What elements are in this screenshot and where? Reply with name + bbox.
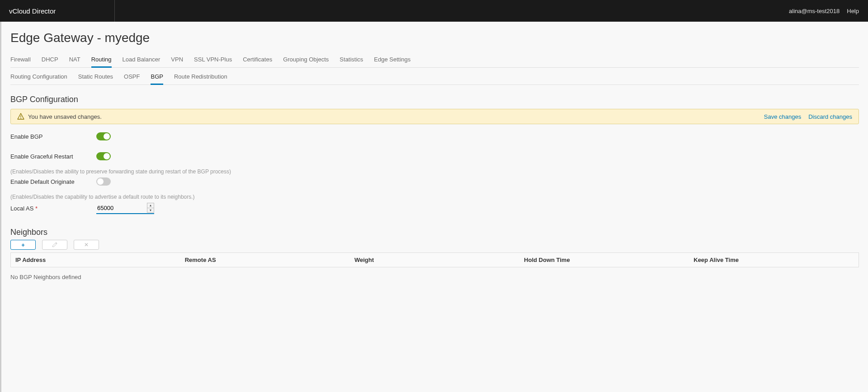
spinner-up-icon[interactable]: ▲: [147, 203, 154, 208]
add-neighbor-button[interactable]: +: [10, 240, 36, 250]
discard-changes-link[interactable]: Discard changes: [808, 113, 852, 120]
col-remote-as[interactable]: Remote AS: [180, 253, 350, 267]
default-originate-hint: (Enables/Disables the capability to adve…: [10, 194, 859, 200]
edit-icon: [52, 242, 57, 247]
enable-bgp-toggle[interactable]: [96, 132, 111, 140]
plus-icon: +: [21, 242, 25, 248]
x-icon: ✕: [84, 242, 89, 248]
primary-tabs: Firewall DHCP NAT Routing Load Balancer …: [10, 52, 859, 68]
subtab-bgp[interactable]: BGP: [151, 70, 163, 85]
edit-neighbor-button[interactable]: [42, 240, 67, 250]
tab-firewall[interactable]: Firewall: [10, 52, 31, 68]
col-weight[interactable]: Weight: [350, 253, 519, 267]
enable-graceful-restart-label: Enable Graceful Restart: [10, 153, 96, 160]
local-as-label: Local AS: [10, 205, 96, 212]
header-divider: [114, 0, 115, 22]
col-ip-address[interactable]: IP Address: [11, 253, 180, 267]
delete-neighbor-button[interactable]: ✕: [74, 240, 99, 250]
tab-vpn[interactable]: VPN: [171, 52, 183, 68]
enable-graceful-restart-toggle[interactable]: [96, 152, 111, 160]
table-header-row: IP Address Remote AS Weight Hold Down Ti…: [11, 253, 859, 267]
neighbors-empty-message: No BGP Neighbors defined: [10, 274, 859, 280]
secondary-tabs: Routing Configuration Static Routes OSPF…: [10, 68, 859, 85]
subtab-routing-configuration[interactable]: Routing Configuration: [10, 70, 67, 85]
tab-certificates[interactable]: Certificates: [243, 52, 272, 68]
tab-dhcp[interactable]: DHCP: [42, 52, 58, 68]
page-title: Edge Gateway - myedge: [10, 31, 859, 45]
main-container: Edge Gateway - myedge Firewall DHCP NAT …: [0, 22, 868, 392]
enable-default-originate-toggle[interactable]: [96, 177, 111, 186]
neighbors-toolbar: + ✕: [10, 240, 859, 250]
bgp-config-heading: BGP Configuration: [10, 95, 859, 104]
svg-point-1: [20, 118, 21, 119]
subtab-static-routes[interactable]: Static Routes: [78, 70, 113, 85]
neighbors-table: IP Address Remote AS Weight Hold Down Ti…: [10, 252, 859, 267]
alert-message: You have unsaved changes.: [28, 113, 102, 120]
warning-icon: [17, 113, 24, 120]
save-changes-link[interactable]: Save changes: [764, 113, 801, 120]
col-hold-down-time[interactable]: Hold Down Time: [519, 253, 689, 267]
tab-nat[interactable]: NAT: [69, 52, 80, 68]
enable-bgp-label: Enable BGP: [10, 133, 96, 140]
tab-routing[interactable]: Routing: [91, 52, 112, 68]
local-as-spinner: ▲ ▼: [147, 203, 154, 213]
tab-edge-settings[interactable]: Edge Settings: [374, 52, 410, 68]
tab-grouping-objects[interactable]: Grouping Objects: [283, 52, 329, 68]
tab-statistics[interactable]: Statistics: [340, 52, 363, 68]
unsaved-changes-alert: You have unsaved changes. Save changes D…: [10, 109, 859, 124]
local-as-input[interactable]: [96, 203, 154, 214]
app-title[interactable]: vCloud Director: [9, 7, 56, 15]
spinner-down-icon[interactable]: ▼: [147, 208, 154, 213]
enable-default-originate-label: Enable Default Originate: [10, 178, 96, 185]
col-keep-alive-time[interactable]: Keep Alive Time: [689, 253, 859, 267]
help-link[interactable]: Help: [847, 8, 859, 14]
tab-ssl-vpn-plus[interactable]: SSL VPN-Plus: [194, 52, 232, 68]
graceful-restart-hint: (Enables/Disables the ability to preserv…: [10, 168, 859, 175]
top-app-bar: vCloud Director alina@ms-test2018 Help: [0, 0, 868, 22]
subtab-route-redistribution[interactable]: Route Redistribution: [174, 70, 227, 85]
user-label[interactable]: alina@ms-test2018: [789, 8, 840, 14]
subtab-ospf[interactable]: OSPF: [124, 70, 140, 85]
neighbors-heading: Neighbors: [10, 228, 859, 237]
tab-load-balancer[interactable]: Load Balancer: [123, 52, 160, 68]
